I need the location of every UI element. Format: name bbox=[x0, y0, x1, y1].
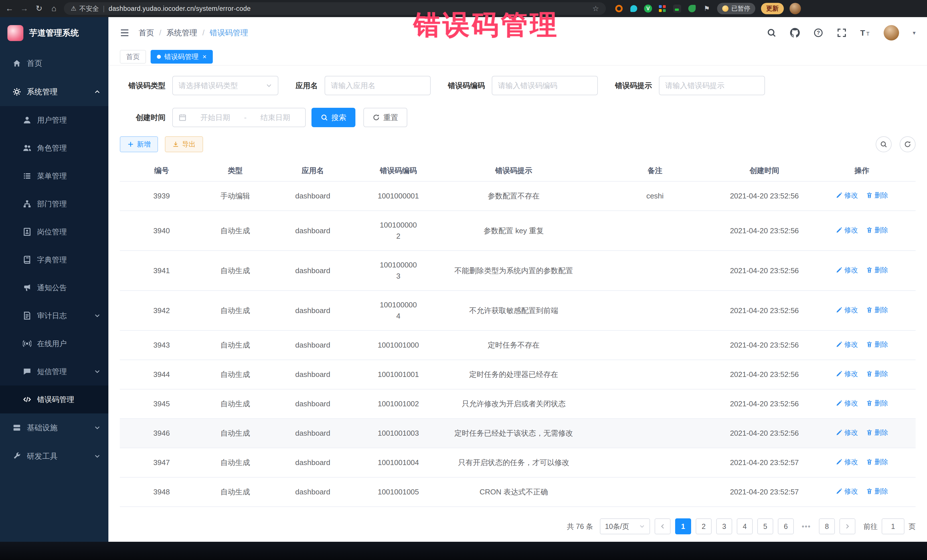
page-button-4[interactable]: 4 bbox=[737, 518, 753, 534]
next-page-button[interactable] bbox=[839, 518, 856, 534]
page-button-2[interactable]: 2 bbox=[696, 518, 712, 534]
extension-icon-leaf[interactable] bbox=[687, 4, 696, 13]
search-icon[interactable] bbox=[767, 28, 777, 38]
edit-link[interactable]: 修改 bbox=[836, 339, 858, 349]
address-bar[interactable]: ⚠ 不安全 | dashboard.yudao.iocoder.cn/syste… bbox=[64, 2, 606, 15]
delete-link[interactable]: 删除 bbox=[866, 190, 888, 200]
page-button-5[interactable]: 5 bbox=[757, 518, 773, 534]
delete-link[interactable]: 删除 bbox=[866, 427, 888, 438]
cell-type: 自动生成 bbox=[204, 419, 267, 448]
paused-badge[interactable]: 已暂停 bbox=[717, 3, 755, 14]
export-button[interactable]: 导出 bbox=[165, 136, 203, 152]
delete-link[interactable]: 删除 bbox=[866, 398, 888, 408]
edit-link[interactable]: 修改 bbox=[836, 398, 858, 408]
chevron-down-icon[interactable]: ▾ bbox=[913, 29, 916, 36]
edit-link[interactable]: 修改 bbox=[836, 190, 858, 200]
collapse-menu-icon[interactable] bbox=[120, 29, 129, 37]
hide-search-button[interactable] bbox=[876, 136, 892, 152]
delete-link[interactable]: 删除 bbox=[866, 457, 888, 467]
extension-icon-grid[interactable] bbox=[658, 4, 667, 13]
extension-icon-ring[interactable] bbox=[614, 4, 623, 13]
sidebar-item-post-management[interactable]: 岗位管理 bbox=[0, 218, 108, 246]
delete-link[interactable]: 删除 bbox=[866, 339, 888, 349]
user-avatar[interactable] bbox=[884, 25, 899, 41]
goto-page-input[interactable] bbox=[881, 518, 904, 534]
github-icon[interactable] bbox=[790, 28, 800, 38]
page-size-select[interactable]: 10条/页 bbox=[600, 518, 650, 534]
bookmark-star-icon[interactable]: ☆ bbox=[593, 4, 599, 13]
error-code-input[interactable] bbox=[492, 76, 598, 95]
edit-link[interactable]: 修改 bbox=[836, 225, 858, 235]
breadcrumb-item-home[interactable]: 首页 bbox=[138, 28, 154, 38]
edit-link[interactable]: 修改 bbox=[836, 265, 858, 275]
screen: ← → ↻ ⌂ ⚠ 不安全 | dashboard.yudao.iocoder.… bbox=[0, 0, 927, 560]
tab-error-code-management[interactable]: 错误码管理 × bbox=[150, 50, 213, 64]
extension-icon-v[interactable]: V bbox=[644, 5, 652, 12]
sidebar-item-dev-tools[interactable]: 研发工具 bbox=[0, 442, 108, 470]
prev-page-button[interactable] bbox=[655, 518, 670, 534]
sidebar-item-system-management[interactable]: 系统管理 bbox=[0, 77, 108, 106]
sidebar-item-sms-management[interactable]: 短信管理 bbox=[0, 358, 108, 385]
extension-icon-dark[interactable] bbox=[673, 4, 682, 13]
app: 芋道管理系统 首页 系统管理 用户管理 bbox=[0, 17, 927, 560]
extension-icon-drop[interactable] bbox=[629, 4, 638, 13]
header-actions: ? TT ▾ bbox=[767, 25, 916, 41]
app-name-input[interactable] bbox=[325, 76, 431, 95]
browser-back-icon[interactable]: ← bbox=[5, 5, 14, 12]
font-size-icon[interactable]: TT bbox=[860, 28, 870, 38]
edit-link[interactable]: 修改 bbox=[836, 305, 858, 315]
fullscreen-icon[interactable] bbox=[837, 28, 846, 38]
browser-reload-icon[interactable]: ↻ bbox=[34, 5, 44, 12]
sidebar-item-audit-log[interactable]: 审计日志 bbox=[0, 302, 108, 329]
add-button[interactable]: 新增 bbox=[120, 136, 158, 152]
browser-forward-icon[interactable]: → bbox=[20, 5, 29, 12]
sidebar-item-dict-management[interactable]: 字典管理 bbox=[0, 246, 108, 274]
error-hint-input[interactable] bbox=[659, 76, 765, 95]
search-button[interactable]: 搜索 bbox=[312, 108, 356, 127]
page-button-3[interactable]: 3 bbox=[716, 518, 732, 534]
edit-link[interactable]: 修改 bbox=[836, 369, 858, 379]
page-content: 错误码类型 请选择错误码类型 应用名 错误码编码 bbox=[108, 65, 927, 560]
security-chip[interactable]: ⚠ 不安全 bbox=[71, 4, 99, 13]
edit-link[interactable]: 修改 bbox=[836, 427, 858, 438]
page-button-6[interactable]: 6 bbox=[778, 518, 794, 534]
sidebar-item-department-management[interactable]: 部门管理 bbox=[0, 190, 108, 218]
refresh-table-button[interactable] bbox=[900, 136, 916, 152]
update-button[interactable]: 更新 bbox=[761, 3, 784, 14]
reset-button[interactable]: 重置 bbox=[363, 108, 407, 127]
help-icon[interactable]: ? bbox=[813, 28, 823, 38]
browser-profile-avatar[interactable] bbox=[790, 3, 801, 14]
edit-link[interactable]: 修改 bbox=[836, 486, 858, 496]
delete-link[interactable]: 删除 bbox=[866, 265, 888, 275]
page-button-8[interactable]: 8 bbox=[819, 518, 835, 534]
sidebar-item-notice[interactable]: 通知公告 bbox=[0, 274, 108, 302]
sidebar-item-menu-management[interactable]: 菜单管理 bbox=[0, 162, 108, 190]
delete-link[interactable]: 删除 bbox=[866, 486, 888, 496]
error-code-table: 编号 类型 应用名 错误码编码 错误码提示 备注 创建时间 操作 3939 bbox=[120, 160, 916, 507]
delete-link[interactable]: 删除 bbox=[866, 369, 888, 379]
range-separator: - bbox=[244, 113, 247, 122]
cell-actions: 修改删除 bbox=[808, 419, 916, 448]
sidebar-item-user-management[interactable]: 用户管理 bbox=[0, 106, 108, 134]
tab-home[interactable]: 首页 bbox=[120, 50, 146, 64]
more-pages-button[interactable]: ••• bbox=[798, 518, 815, 534]
edit-link[interactable]: 修改 bbox=[836, 457, 858, 467]
cell-remark bbox=[589, 448, 720, 477]
breadcrumb-item-system[interactable]: 系统管理 bbox=[167, 28, 198, 38]
delete-link[interactable]: 删除 bbox=[866, 225, 888, 235]
refresh-icon bbox=[372, 114, 380, 121]
date-range-picker[interactable]: 开始日期 - 结束日期 bbox=[172, 108, 306, 127]
page-button-1[interactable]: 1 bbox=[675, 518, 691, 534]
pin-icon[interactable]: ⚑ bbox=[702, 4, 711, 13]
sidebar-item-role-management[interactable]: 角色管理 bbox=[0, 134, 108, 162]
delete-link[interactable]: 删除 bbox=[866, 305, 888, 315]
browser-home-icon[interactable]: ⌂ bbox=[49, 5, 59, 12]
cell-time: 2021-04-20 23:52:56 bbox=[720, 211, 808, 250]
sidebar-item-error-code-management[interactable]: 错误码管理 bbox=[0, 385, 108, 413]
app-logo[interactable]: 芋道管理系统 bbox=[0, 17, 108, 49]
sidebar-item-infrastructure[interactable]: 基础设施 bbox=[0, 413, 108, 442]
sidebar-item-home[interactable]: 首页 bbox=[0, 49, 108, 77]
close-icon[interactable]: × bbox=[202, 53, 207, 61]
error-type-select[interactable]: 请选择错误码类型 bbox=[172, 76, 278, 95]
sidebar-item-online-users[interactable]: 在线用户 bbox=[0, 329, 108, 358]
